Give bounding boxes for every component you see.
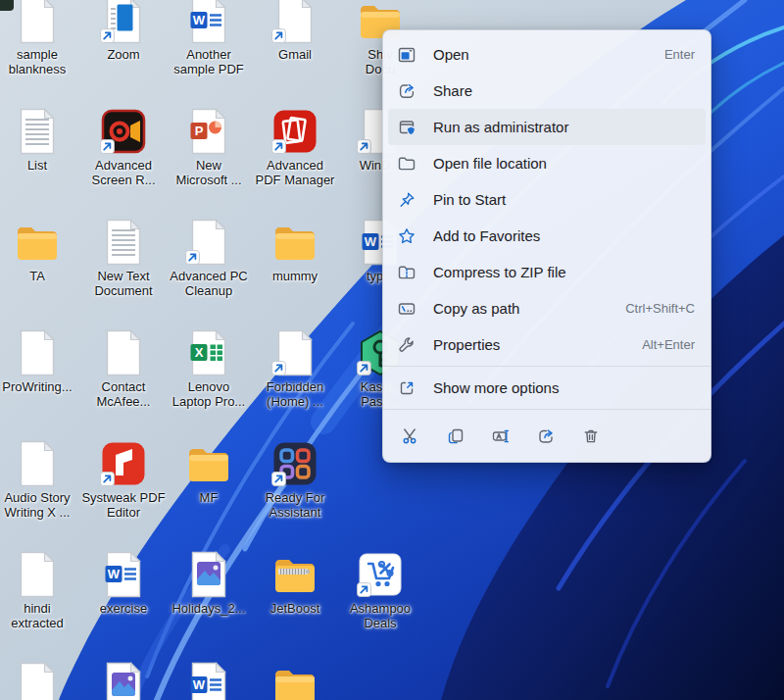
desktop-icon-label: Zoom [107,47,139,62]
doc-image-icon [185,551,232,598]
desktop-icon-systweak-pdf-editor[interactable]: Systweak PDFEditor [80,438,167,548]
menu-item-pin-to-start[interactable]: Pin to Start [388,181,706,218]
desktop-icon-label: Ready ForAssistant [266,490,325,520]
app-pdfmanager-icon [271,108,318,155]
menu-item-compress-to-zip-file[interactable]: Compress to ZIP file [388,254,706,290]
doc-blank-icon [271,0,318,44]
copy-button[interactable] [441,422,469,450]
app-screenrec-icon [100,108,147,155]
menu-item-copy-as-path[interactable]: Copy as pathCtrl+Shift+C [388,290,706,326]
folder-zip-icon [271,551,318,598]
menu-item-share[interactable]: Share [388,73,706,109]
desktop-icon-advanced-pdf-manager[interactable]: AdvancedPDF Manager [252,106,338,216]
desktop-icon-label: Systweak PDFEditor [81,490,165,520]
shortcut-arrow-overlay [357,582,371,597]
menu-item-show-more-options[interactable]: Show more options [388,370,706,406]
desktop-icon-advanced-pc-cleanup[interactable]: Advanced PCCleanup [166,217,252,326]
desktop-icon-label: NewMicrosoft ... [175,158,241,187]
svg-text:W: W [193,13,206,27]
rename-icon [491,426,511,446]
desktop-icon-zoom[interactable]: Zoom [80,0,167,105]
menu-item-shortcut: Alt+Enter [642,337,695,352]
menu-separator [383,409,710,410]
desktop-icon-prowriting[interactable]: ProWriting... [0,327,80,437]
menu-item-properties[interactable]: PropertiesAlt+Enter [388,326,706,363]
desktop-icon-new-text-document[interactable]: New TextDocument [80,217,167,326]
cut-button[interactable] [396,422,424,450]
quick-actions-row [383,413,710,450]
desktop-icon-lenovo-laptop-pro[interactable]: XLenovoLaptop Pro... [166,327,252,437]
menu-item-label: Run as administrator [433,119,695,135]
desktop-icon-label: TA [29,269,45,283]
svg-text:W: W [365,234,377,249]
desktop-icon-forbidden-home[interactable]: Forbidden(Home) ... [252,327,338,437]
desktop-icon-label: exercise [100,601,147,616]
desktop-icon-ta[interactable]: TA [0,217,80,326]
share-icon [397,81,416,101]
desktop-icon-cutoff-word[interactable]: W [166,660,252,700]
folder-icon [271,219,318,266]
desktop-icon-hindi-extracted[interactable]: hindiextracted [0,549,80,659]
folder-icon [271,662,318,700]
menu-item-label: Pin to Start [433,191,695,208]
desktop-icon-exercise[interactable]: Wexercise [80,549,167,659]
menu-separator [383,366,710,367]
menu-item-label: Add to Favorites [433,227,695,244]
desktop-icon-mf[interactable]: MF [166,438,252,548]
menu-item-run-as-administrator[interactable]: Run as administrator [388,109,706,145]
desktop-icon-contact-mcafee[interactable]: ContactMcAfee... [80,327,167,437]
app-ashampoo-icon [357,551,404,598]
desktop-icon-label: ContactMcAfee... [97,379,151,409]
desktop-icon-label: mummy [272,269,318,283]
desktop-icon-label: hindiextracted [11,601,63,630]
desktop-icon-label: AdvancedPDF Manager [256,158,335,187]
desktop-icon-cutoff-image[interactable] [80,660,167,700]
show-more-icon [397,378,416,398]
desktop-icon-label: JetBoost [270,601,320,616]
menu-item-add-to-favorites[interactable]: Add to Favorites [388,218,706,254]
pin-icon [397,190,416,210]
delete-button[interactable] [576,422,605,450]
shortcut-arrow-overlay [271,139,286,154]
desktop-icon-new-microsoft[interactable]: PNewMicrosoft ... [166,106,252,216]
shortcut-arrow-overlay [100,28,115,43]
menu-item-open[interactable]: OpenEnter [388,36,706,73]
desktop-icon-mummy[interactable]: mummy [252,217,338,326]
scissors-icon [401,426,420,446]
zip-folder-icon [397,263,416,282]
doc-blank-icon [14,329,61,376]
rename-button[interactable] [486,422,514,450]
desktop-icon-list[interactable]: List [0,106,80,216]
desktop-icon-audio-story-writing[interactable]: Audio StoryWriting X ... [0,438,80,548]
app-readyfor-icon [271,440,318,487]
desktop-icon-jetboost[interactable]: JetBoost [252,549,338,659]
share-button[interactable] [531,422,560,450]
shortcut-arrow-overlay [271,472,286,486]
desktop-icon-advanced-screen-recorder[interactable]: AdvancedScreen R... [80,106,167,216]
menu-item-label: Properties [433,336,642,353]
desktop-icon-label: Anothersample PDF [173,47,244,76]
desktop-icon-sample-blankness[interactable]: sampleblankness [0,0,80,105]
run-admin-shield-icon [397,118,416,137]
desktop-icon-ashampoo-deals[interactable]: AshampooDeals [337,549,423,659]
desktop-icon-another-sample-pdf[interactable]: WAnothersample PDF [166,0,252,105]
menu-item-shortcut: Ctrl+Shift+C [625,301,695,316]
shortcut-arrow-overlay [271,361,286,375]
menu-item-open-file-location[interactable]: Open file location [388,145,706,181]
svg-text:W: W [193,677,206,692]
doc-blank-icon [14,551,61,598]
doc-lines-icon [14,108,61,155]
svg-text:X: X [195,345,204,360]
desktop-icon-holidays-2[interactable]: Holidays_2... [166,549,252,659]
desktop-icon-label: Gmail [278,47,312,62]
desktop-icon-ready-for-assistant[interactable]: Ready ForAssistant [252,438,338,548]
desktop-icon-cutoff-folder[interactable] [252,660,338,700]
menu-item-label: Show more options [433,379,695,396]
desktop-icon-gmail[interactable]: Gmail [252,0,338,105]
shortcut-arrow-overlay [271,28,286,43]
svg-text:W: W [108,567,121,581]
desktop-icon-label: Holidays_2... [172,601,245,616]
desktop-icon-label: Forbidden(Home) ... [267,379,324,409]
desktop-icon-label: List [27,158,47,173]
desktop-icon-cutoff-doc[interactable] [0,660,80,700]
